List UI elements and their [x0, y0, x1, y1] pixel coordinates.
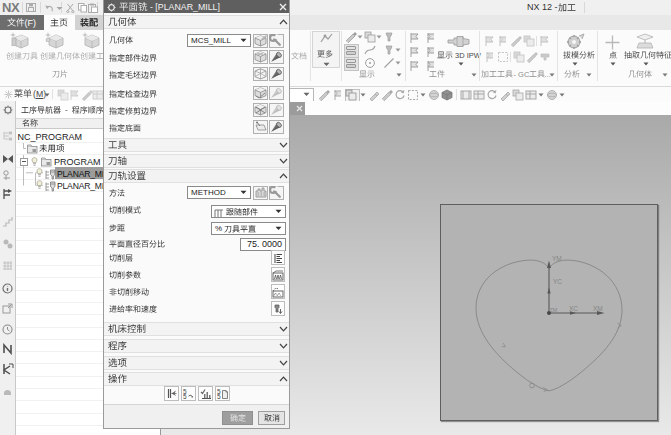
- svg-text:5: 5: [217, 393, 221, 399]
- svg-text:5: 5: [183, 393, 187, 399]
